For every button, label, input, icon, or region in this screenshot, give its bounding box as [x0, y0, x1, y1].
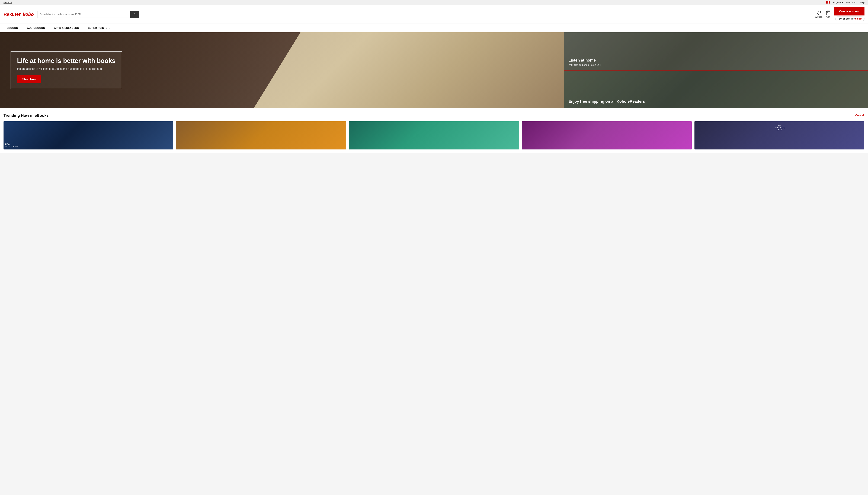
cart-label: Cart [826, 16, 830, 18]
header: Rakuten kobo Wishlist Cart [0, 5, 868, 24]
logo[interactable]: Rakuten kobo [3, 12, 34, 17]
book-cover-5[interactable]: theFORTUNATEONES [694, 121, 864, 150]
account-group: Create account Have an account? Sign in [834, 7, 865, 21]
book-cover-1[interactable]: LISASCOTTOLINE [3, 121, 173, 150]
search-input[interactable] [37, 11, 130, 18]
nav-audiobooks-label: Audiobooks [27, 27, 45, 29]
search-icon [133, 13, 136, 16]
nav-ebooks-label: eBooks [7, 27, 18, 29]
book-title-5: theFORTUNATEONES [694, 123, 864, 132]
panel-arrow-icon: › [600, 63, 601, 67]
wishlist-label: Wishlist [815, 16, 822, 18]
trending-section: Trending Now in eBooks View all LISASCOT… [0, 108, 868, 153]
trending-header: Trending Now in eBooks View all [3, 113, 865, 118]
search-button[interactable] [130, 11, 139, 18]
hero-subtitle: Instant access to millions of eBooks and… [17, 67, 116, 71]
book-grid: LISASCOTTOLINE theFORTUNATEONES [3, 121, 865, 150]
cart-icon [826, 11, 831, 15]
hero-right-panels: Listen at home Your first audiobook is o… [564, 32, 868, 108]
sign-in-link[interactable]: Sign in [855, 18, 862, 20]
header-actions: Wishlist Cart Create account Have an acc… [815, 7, 865, 21]
nav-item-audiobooks[interactable]: Audiobooks [24, 24, 51, 32]
hero-panel-ereader[interactable]: Enjoy free shipping on all Kobo eReaders [564, 70, 868, 108]
language-selector[interactable]: English [833, 1, 843, 4]
panel-ereader-title: Enjoy free shipping on all Kobo eReaders [568, 99, 864, 104]
help-link[interactable]: Help [860, 1, 865, 4]
nav-super-points-label: Super Points [88, 27, 107, 29]
book-author-1: LISASCOTTOLINE [5, 143, 18, 148]
top-bar-left: Get $15 [3, 1, 826, 4]
have-account-text: Have an account? [838, 18, 855, 20]
book-cover-3[interactable] [349, 121, 519, 150]
promo-link[interactable]: Get $15 [3, 1, 12, 4]
hero-reader-image [254, 32, 564, 108]
chevron-down-icon [842, 2, 843, 3]
nav-apps-label: Apps & eReaders [54, 27, 79, 29]
logo-rakuten: Rakuten [3, 12, 22, 17]
gift-cards-link[interactable]: Gift Cards [846, 1, 857, 4]
heart-icon [816, 11, 821, 15]
chevron-down-icon [19, 28, 21, 29]
hero-title: Life at home is better with books [17, 57, 116, 65]
create-account-button[interactable]: Create account [834, 7, 865, 16]
panel-ereader-content: Enjoy free shipping on all Kobo eReaders [564, 96, 868, 108]
chevron-down-icon [46, 28, 48, 29]
top-bar: Get $15 English Gift Cards Help [0, 0, 868, 5]
hero-panel-audiobook[interactable]: Listen at home Your first audiobook is o… [564, 32, 868, 70]
panel-audiobook-content: Listen at home Your first audiobook is o… [564, 54, 868, 70]
sign-in-bubble: Have an account? Sign in [835, 17, 865, 21]
logo-kobo: kobo [23, 12, 34, 17]
panel-audiobook-title: Listen at home [568, 58, 864, 63]
hero-content: Life at home is better with books Instan… [0, 42, 133, 98]
hero-main-panel: Life at home is better with books Instan… [0, 32, 564, 108]
book-cover-4[interactable] [522, 121, 692, 150]
trending-title: Trending Now in eBooks [3, 113, 49, 118]
nav-item-ebooks[interactable]: eBooks [3, 24, 24, 32]
hero-section: Life at home is better with books Instan… [0, 32, 868, 108]
search-bar [37, 11, 139, 18]
canada-flag-icon [826, 1, 830, 4]
chevron-down-icon [80, 28, 82, 29]
hero-box: Life at home is better with books Instan… [11, 51, 122, 89]
book-cover-2[interactable] [176, 121, 346, 150]
cart-button[interactable]: Cart [826, 11, 831, 18]
panel-audiobook-subtitle: Your first audiobook is on us › [568, 63, 864, 67]
nav-item-apps-ereaders[interactable]: Apps & eReaders [51, 24, 85, 32]
main-nav: eBooks Audiobooks Apps & eReaders Super … [0, 24, 868, 32]
view-all-link[interactable]: View all [855, 114, 865, 117]
top-bar-right: English Gift Cards Help [826, 1, 865, 4]
nav-item-super-points[interactable]: Super Points [85, 24, 113, 32]
chevron-down-icon [109, 28, 110, 29]
wishlist-button[interactable]: Wishlist [815, 11, 822, 18]
language-label: English [833, 1, 841, 4]
shop-now-button[interactable]: Shop Now [17, 75, 41, 83]
